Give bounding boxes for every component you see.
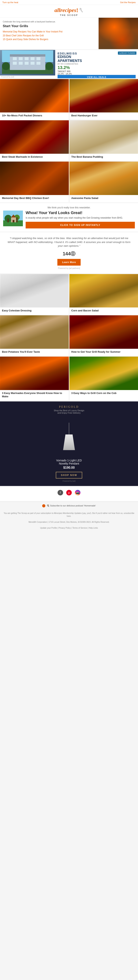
ad-name: EDISONAPARTMENTS	[58, 55, 136, 63]
bottom-ad-shop-btn[interactable]: SHOP NOW	[56, 472, 82, 479]
food-image-coleslaw	[0, 274, 69, 307]
hero-section: Celebrate the long weekend with a backya…	[0, 18, 138, 49]
svg-rect-34	[0, 315, 68, 349]
food-link-corn-cob[interactable]: 3 Easy Ways to Grill Corn on the Cob	[71, 391, 117, 395]
hero-title: Start Your Grills	[3, 24, 96, 28]
top-bar-left-link[interactable]: Turn up the heat	[2, 1, 18, 3]
food-link-potatoes[interactable]: Best Potatoes You'll Ever Taste	[2, 350, 40, 353]
food-image-pudding	[69, 120, 138, 154]
newsletter-promo-title: Whoa! Your Yard Looks Great!	[26, 210, 135, 215]
food-caption-steak: Best Steak Marinade in Existence	[0, 154, 69, 161]
food-svg-corn-cob	[69, 356, 138, 390]
food-svg-steak	[0, 120, 69, 154]
svg-rect-11	[19, 62, 22, 65]
food-link-steak[interactable]: Best Steak Marinade in Existence	[2, 155, 43, 158]
ad-stat-target: TARGET IRR	[58, 70, 71, 73]
logo-container: allrecipes! 🥄	[0, 7, 138, 14]
food-item-pudding[interactable]: The Best Banana Pudding	[69, 120, 138, 161]
spoon-icon: 🥄	[79, 8, 83, 13]
hero-link-1[interactable]: Memorial Day Recipes You Can Make in You…	[3, 30, 96, 33]
footer: You are getting The Scoop as part of you…	[0, 510, 138, 531]
facebook-icon[interactable]: f	[58, 490, 63, 495]
svg-rect-14	[37, 62, 40, 65]
hero-intro: Celebrate the long weekend with a backya…	[3, 21, 96, 23]
food-image-corn-bacon	[69, 274, 138, 307]
food-link-pasta-salad[interactable]: Awesome Pasta Salad	[71, 197, 98, 200]
food-image-pasta-salad	[69, 162, 138, 195]
food-svg-coleslaw	[0, 274, 69, 307]
svg-rect-7	[25, 57, 29, 60]
ad-inner: ALREADY FUNDED EDELWEISS EDISONAPARTMENT…	[0, 50, 138, 75]
ad-stat-number: 13.2%	[58, 65, 70, 70]
food-item-pasta-salad[interactable]: Awesome Pasta Salad	[69, 162, 138, 202]
pendant-light	[63, 423, 75, 450]
bottom-ad-brand: PERIGOLD	[4, 406, 134, 409]
food-link-foil-packets[interactable]: 10+ No-Mess Foil Packet Dinners	[2, 114, 42, 117]
food-svg-potatoes	[0, 315, 69, 349]
ad-badge: ALREADY FUNDED	[118, 51, 136, 55]
hero-link-2[interactable]: 20 Best Chef John Recipes for the Grill	[3, 34, 96, 37]
newsletter-promo-content: Whoa! Your Yard Looks Great! Is exactly …	[26, 210, 135, 229]
top-bar-right-link[interactable]: Get the Recipes	[120, 1, 136, 3]
food-svg-hamburger	[69, 79, 138, 113]
food-svg-bbq-chicken	[0, 162, 69, 195]
food-item-marinades[interactable]: 3 Easy Marinades Everyone Should Know Ho…	[0, 356, 69, 401]
bottom-ad-product: Vornado 1-Light LEDNovelty Pendant	[4, 459, 134, 465]
food-item-steak[interactable]: Best Steak Marinade in Existence	[0, 120, 69, 161]
svg-rect-26	[8, 218, 9, 222]
food-link-corn-bacon[interactable]: Corn and Bacon Salad	[71, 309, 99, 312]
svg-rect-12	[25, 62, 29, 65]
hero-link-3[interactable]: 15 Quick and Easy Side Dishes for Burger…	[3, 38, 96, 41]
svg-rect-17	[0, 79, 68, 113]
subscribe-text: 🍳 Subscribe to our delicious podcast 'Ho…	[47, 504, 96, 507]
svg-rect-4	[10, 54, 45, 57]
hero-text: Celebrate the long weekend with a backya…	[0, 18, 99, 49]
food-link-pudding[interactable]: The Best Banana Pudding	[71, 155, 103, 158]
food-link-coleslaw[interactable]: Easy Coleslaw Dressing	[2, 309, 32, 312]
svg-rect-28	[16, 218, 18, 222]
ad-banner: ALREADY FUNDED EDELWEISS EDISONAPARTMENT…	[0, 50, 138, 78]
svg-rect-10	[13, 62, 17, 65]
logo-text: allrecipes! 🥄	[55, 7, 83, 14]
food-grid-1: 10+ No-Mess Foil Packet Dinners Best Ham…	[0, 79, 138, 202]
food-link-bbq-chicken[interactable]: Memorial Day Best BBQ Chicken Ever!	[2, 197, 49, 200]
quote-learn-btn[interactable]: Learn More	[57, 259, 81, 266]
food-item-foil-packets[interactable]: 10+ No-Mess Foil Packet Dinners	[0, 79, 69, 120]
hero-links: Memorial Day Recipes You Can Make in You…	[3, 30, 96, 41]
food-link-grill-ready[interactable]: How to Get Your Grill Ready for Summer	[71, 350, 120, 353]
food-item-grill-ready[interactable]: How to Get Your Grill Ready for Summer	[69, 315, 138, 356]
food-link-hamburger[interactable]: Best Hamburger Ever	[71, 114, 98, 117]
food-caption-hamburger: Best Hamburger Ever	[69, 113, 138, 120]
food-item-potatoes[interactable]: Best Potatoes You'll Ever Taste	[0, 315, 69, 356]
pinterest-icon[interactable]: p	[66, 490, 72, 495]
food-item-coleslaw[interactable]: Easy Coleslaw Dressing	[0, 274, 69, 315]
food-item-corn-cob[interactable]: 3 Easy Ways to Grill Corn on the Cob	[69, 356, 138, 401]
yard-svg	[3, 210, 23, 226]
svg-rect-6	[19, 57, 22, 60]
ad-view-btn[interactable]: VIEW ALL DEALS	[58, 75, 136, 78]
footer-text-3: Update your Profile | Privacy Policy | T…	[3, 527, 135, 530]
newsletter-signup-btn[interactable]: CLICK TO SIGN UP INSTANTLY	[26, 222, 135, 228]
svg-rect-8	[30, 57, 34, 60]
bottom-ad: PERIGOLD Shop the Best of Luxury Designa…	[0, 401, 138, 486]
header: allrecipes! 🥄 THE SCOOP	[0, 5, 138, 18]
instagram-icon[interactable]: 📷	[75, 490, 80, 495]
svg-rect-18	[70, 79, 138, 113]
food-image-hamburger	[69, 79, 138, 113]
food-caption-foil-packets: 10+ No-Mess Foil Packet Dinners	[0, 113, 69, 120]
food-image-potatoes	[0, 315, 69, 349]
pendant-shade	[63, 434, 75, 450]
food-item-corn-bacon[interactable]: Corn and Bacon Salad	[69, 274, 138, 315]
food-caption-corn-bacon: Corn and Bacon Salad	[69, 307, 138, 315]
svg-rect-37	[70, 356, 138, 390]
bottom-ad-powered: Powered by [ad]	[4, 480, 134, 482]
food-item-hamburger[interactable]: Best Hamburger Ever	[69, 79, 138, 120]
newsletter-intro: We think you'd really love this newslett…	[3, 206, 135, 209]
food-caption-marinades: 3 Easy Marinades Everyone Should Know Ho…	[0, 390, 69, 401]
food-svg-marinades	[0, 356, 69, 390]
food-item-bbq-chicken[interactable]: Memorial Day Best BBQ Chicken Ever!	[0, 162, 69, 202]
bottom-ad-image	[54, 417, 84, 456]
food-link-marinades[interactable]: 3 Easy Marinades Everyone Should Know Ho…	[2, 391, 62, 398]
newsletter-promo-desc: Is exactly what people will say when you…	[26, 216, 135, 220]
svg-rect-35	[70, 315, 138, 349]
